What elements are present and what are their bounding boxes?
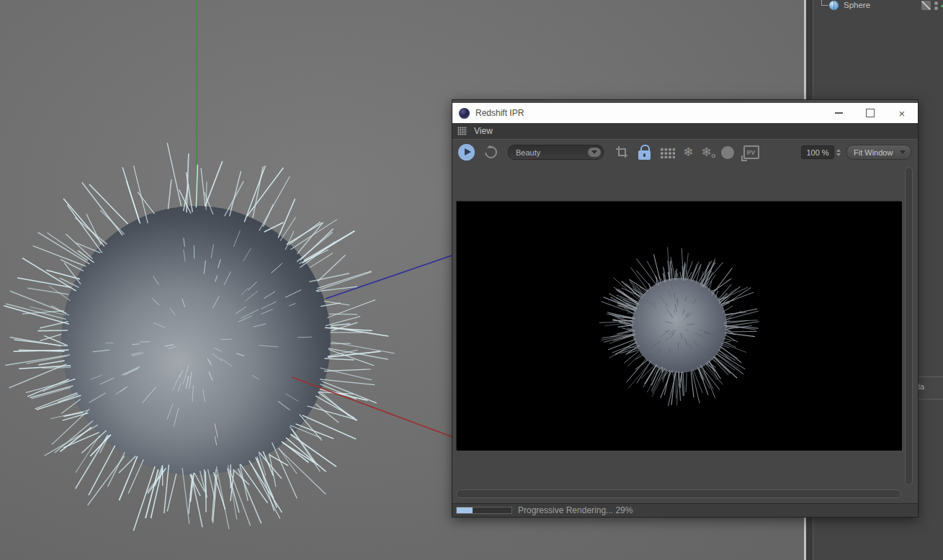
tree-branch-icon: [821, 0, 828, 6]
object-label[interactable]: Sphere: [844, 1, 870, 9]
spin-up-icon[interactable]: [836, 149, 841, 152]
render-progress-fill: [457, 507, 473, 513]
chevron-down-icon: [588, 148, 601, 157]
render-progress-bar: [456, 507, 512, 514]
zoom-stepper[interactable]: [836, 149, 841, 156]
picture-viewer-icon[interactable]: PV: [743, 145, 759, 159]
restart-render-icon[interactable]: [483, 144, 500, 161]
object-row-sphere[interactable]: Sphere ✓: [813, 0, 943, 12]
attribute-panel-sliver: ta: [917, 376, 943, 399]
chevron-down-icon: [900, 150, 906, 154]
close-button[interactable]: ×: [886, 103, 918, 123]
fit-mode-value: Fit Window: [854, 148, 893, 157]
menu-view[interactable]: View: [474, 126, 493, 136]
object-enabled-check-icon[interactable]: ✓: [940, 0, 943, 10]
snapshot-circle-icon[interactable]: [721, 146, 734, 159]
render-view-area[interactable]: [452, 165, 918, 503]
render-visibility-dot-icon[interactable]: [934, 6, 938, 10]
sphere-object-icon[interactable]: [829, 1, 839, 10]
maximize-icon: [866, 109, 875, 117]
maximize-button[interactable]: [854, 103, 886, 123]
toolbar: Beauty ❄ ❄G PV 100 % Fit Window: [452, 140, 918, 165]
zoom-level-field[interactable]: 100 %: [801, 145, 834, 159]
redshift-ipr-window: Redshift IPR × View Beauty ❄ ❄G PV 100 %: [452, 99, 919, 518]
render-status-text: Progressive Rendering... 29%: [518, 505, 633, 515]
fit-mode-dropdown[interactable]: Fit Window: [846, 145, 911, 160]
render-canvas: [457, 202, 902, 451]
crop-region-icon[interactable]: [615, 145, 630, 160]
window-title: Redshift IPR: [475, 108, 524, 118]
play-button[interactable]: [458, 144, 475, 161]
spin-down-icon[interactable]: [836, 153, 841, 156]
layer-square-icon[interactable]: [921, 1, 931, 10]
render-image[interactable]: [456, 201, 901, 450]
redshift-app-icon: [459, 108, 470, 119]
minimize-button[interactable]: [823, 103, 854, 123]
vertical-scrollbar[interactable]: [905, 167, 913, 485]
freeze-geometry-icon[interactable]: ❄G: [701, 146, 711, 158]
freeze-icon[interactable]: ❄: [683, 146, 693, 158]
editor-visibility-dot-icon[interactable]: [934, 1, 938, 5]
statusbar: Progressive Rendering... 29%: [452, 503, 918, 517]
bucket-grid-icon[interactable]: [659, 147, 675, 158]
titlebar[interactable]: Redshift IPR ×: [452, 103, 918, 123]
close-icon: ×: [899, 108, 906, 119]
menubar: View: [452, 123, 918, 140]
render-pass-dropdown[interactable]: Beauty: [508, 145, 604, 160]
lock-icon[interactable]: [638, 145, 651, 160]
grip-handle-icon[interactable]: [457, 127, 467, 135]
horizontal-scrollbar[interactable]: [456, 489, 901, 498]
minimize-icon: [835, 112, 843, 114]
zoom-level-value: 100 %: [806, 148, 828, 157]
render-pass-value: Beauty: [516, 148, 540, 157]
clipped-tab-label: ta: [918, 382, 924, 391]
